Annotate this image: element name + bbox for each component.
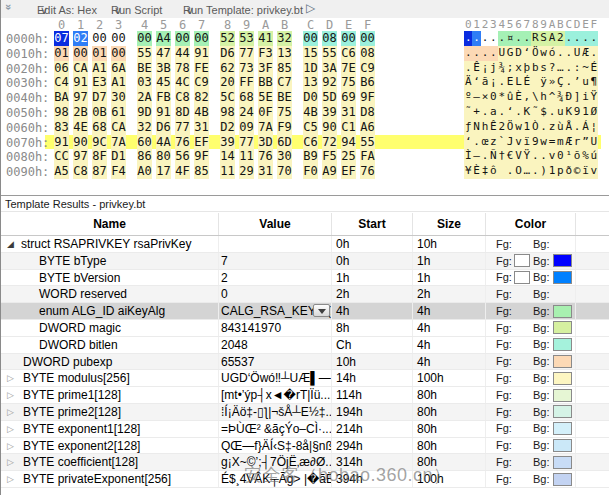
template-row[interactable]: WORD reserved02h2hFg:Bg: [1,286,609,303]
ascii-char[interactable]: . [481,46,489,61]
hex-byte[interactable]: 3A [322,61,337,76]
hex-byte[interactable]: 09 [239,120,254,135]
hex-byte[interactable]: CA [111,120,126,135]
ascii-char[interactable]: = [548,135,556,150]
ascii-char[interactable]: x [514,61,522,76]
hex-byte[interactable]: 97 [73,149,88,164]
ascii-char[interactable]: K [565,105,573,120]
hex-byte[interactable]: 90 [322,120,337,135]
ascii-char[interactable]: 0 [489,90,497,105]
hex-byte[interactable]: EF [194,135,209,150]
ascii-char[interactable]: ‘ [523,46,531,61]
hex-byte[interactable]: B9 [303,149,318,164]
hex-byte[interactable]: 91 [54,135,69,150]
ascii-char[interactable]: V [514,149,522,164]
ascii-char[interactable]: $ [539,105,547,120]
hex-byte[interactable]: 39 [220,135,235,150]
ascii-char[interactable]: 1 [581,105,589,120]
hex-byte[interactable]: 30 [111,90,126,105]
ascii-char[interactable]: S [539,31,547,46]
hex-byte[interactable]: 3F [258,61,273,76]
hex-byte[interactable]: 45 [156,75,171,90]
ascii-char[interactable]: ù [556,120,564,135]
ascii-char[interactable]: ‘ [506,105,514,120]
ascii-char[interactable]: r [573,135,581,150]
hex-byte[interactable]: 4B [194,105,209,120]
ascii-char[interactable]: Ì [464,149,472,164]
hex-byte[interactable]: C5 [303,120,318,135]
ascii-char[interactable]: ’ [573,75,581,90]
ascii-char[interactable]: ] [573,90,581,105]
ascii-char[interactable]: R [531,31,539,46]
ascii-char[interactable]: O [514,164,522,179]
hex-byte[interactable]: 25 [341,149,356,164]
hex-byte[interactable]: 78 [175,61,190,76]
ascii-char[interactable]: U [590,135,598,150]
hex-byte[interactable]: 55 [137,46,152,61]
hex-byte[interactable]: BA [54,90,69,105]
hex-byte[interactable]: C9 [360,61,375,76]
ascii-char[interactable]: b [531,61,539,76]
ascii-char[interactable]: . [531,149,539,164]
ascii-char[interactable]: © [573,164,581,179]
ascii-char[interactable]: þ [523,61,531,76]
ascii-char[interactable]: — [472,90,480,105]
hex-byte[interactable]: 85 [194,164,209,179]
ascii-char[interactable]: Ø [590,105,598,120]
ascii-char[interactable]: 0 [556,149,564,164]
hex-byte[interactable]: 9D [137,105,152,120]
ascii-char[interactable]: Ÿ [523,149,531,164]
hex-byte[interactable]: 31 [341,105,356,120]
ascii-char[interactable]: U [573,46,581,61]
ascii-char[interactable]: z [489,135,497,150]
template-row[interactable]: ▷BYTE prime1[128][mt•’ýp┤x◄�rT|Ïü......1… [1,387,609,404]
hex-byte[interactable]: C6 [341,46,356,61]
ascii-char[interactable]: . [573,120,581,135]
ascii-char[interactable]: . [573,31,581,46]
ascii-char[interactable]: 2 [498,120,506,135]
hex-byte[interactable]: 69 [341,90,356,105]
ascii-char[interactable]: E [506,75,514,90]
template-row[interactable]: ▷BYTE exponent1[128]=ÞÙŒ² &ãçÝo–CÌ·...21… [1,421,609,438]
hex-byte[interactable]: 98 [54,105,69,120]
ascii-char[interactable]: u [581,75,589,90]
ascii-char[interactable]: ˜ [464,105,472,120]
ascii-char[interactable]: \ [531,90,539,105]
hex-byte[interactable]: 01 [54,46,69,61]
ascii-char[interactable]: ô [489,164,497,179]
ascii-char[interactable]: Ö [531,46,539,61]
hex-byte[interactable]: 94 [341,135,356,150]
hex-byte[interactable]: 3D [258,135,273,150]
ascii-char[interactable]: ÿ [539,75,547,90]
hex-byte[interactable]: 9F [194,149,209,164]
ascii-char[interactable]: D [514,46,522,61]
hex-byte[interactable]: 39 [322,105,337,120]
hex-byte[interactable]: 70 [277,164,292,179]
ascii-char[interactable]: s [539,61,547,76]
ascii-char[interactable]: : [573,61,581,76]
ascii-char[interactable]: ¾ [498,61,506,76]
hex-byte[interactable]: C7 [277,75,292,90]
ascii-char[interactable]: . [565,31,573,46]
ascii-char[interactable]: — [472,149,480,164]
ascii-char[interactable]: . [472,135,480,150]
hex-byte[interactable]: 86 [137,149,152,164]
ascii-char[interactable]: Ñ [489,149,497,164]
ascii-char[interactable]: ‘ [464,135,472,150]
ascii-char[interactable]: ¡ [489,75,497,90]
ascii-char[interactable]: ¥ [464,164,472,179]
hex-byte[interactable]: C1 [341,120,356,135]
tree-expand-icon[interactable]: ▷ [7,438,14,454]
ascii-char[interactable]: . [464,46,472,61]
ascii-char[interactable]: A [548,31,556,46]
hex-byte[interactable]: 62 [220,61,235,76]
ascii-char[interactable]: ˜ [531,105,539,120]
hex-byte[interactable]: FE [194,61,209,76]
hex-byte[interactable]: 53 [239,31,254,46]
ascii-char[interactable]: 9 [531,135,539,150]
hex-byte[interactable]: 76 [360,164,375,179]
hex-byte[interactable]: 7A [258,120,273,135]
template-row[interactable]: ◢struct RSAPRIVKEY rsaPrivKey0h10hFg:Bg: [1,236,609,253]
hex-byte[interactable]: 00 [194,31,209,46]
hex-byte[interactable]: 68 [239,90,254,105]
